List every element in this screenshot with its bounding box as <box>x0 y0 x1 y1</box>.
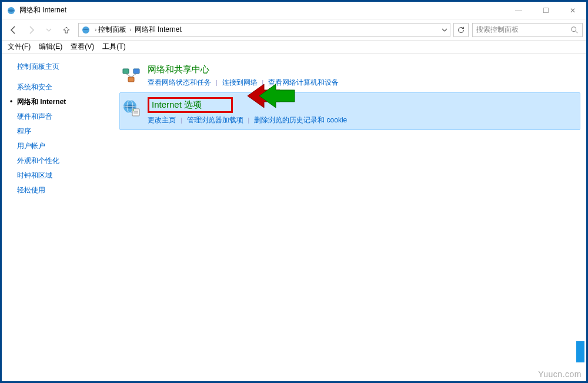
link-separator: | <box>181 117 182 124</box>
refresh-button[interactable] <box>453 23 469 37</box>
category-sublink[interactable]: 连接到网络 <box>222 78 258 88</box>
internet-options-icon <box>122 98 141 117</box>
svg-line-7 <box>126 74 131 77</box>
breadcrumb-item[interactable]: 控制面板 <box>98 25 126 35</box>
sidebar-item[interactable]: 轻松使用 <box>17 183 113 198</box>
forward-button <box>23 22 39 38</box>
side-accent <box>576 341 584 362</box>
sidebar-item[interactable]: 外观和个性化 <box>17 154 113 168</box>
menu-tools[interactable]: 工具(T) <box>102 42 125 52</box>
sidebar-item[interactable]: 网络和 Internet <box>17 95 113 109</box>
sidebar-item[interactable]: 程序 <box>17 124 113 139</box>
category-sublink[interactable]: 删除浏览的历史记录和 cookie <box>254 115 347 125</box>
sidebar-item[interactable]: 系统和安全 <box>17 80 113 95</box>
svg-point-15 <box>133 109 134 111</box>
category-row: 网络和共享中心查看网络状态和任务|连接到网络|查看网络计算机和设备 <box>119 59 580 92</box>
address-icon <box>81 25 91 35</box>
breadcrumb-item[interactable]: 网络和 Internet <box>135 25 182 35</box>
svg-rect-4 <box>123 69 129 74</box>
sidebar-item[interactable]: 时钟和区域 <box>17 168 113 183</box>
network-sharing-icon <box>122 65 141 84</box>
watermark: Yuucn.com <box>538 369 582 379</box>
menubar: 文件(F) 编辑(E) 查看(V) 工具(T) <box>2 41 586 54</box>
link-separator: | <box>248 117 250 124</box>
close-button[interactable]: ✕ <box>559 2 586 19</box>
titlebar: 网络和 Internet — ☐ ✕ <box>2 2 586 19</box>
search-icon <box>570 26 579 34</box>
sidebar-item[interactable]: 硬件和声音 <box>17 109 113 124</box>
main-content: 网络和共享中心查看网络状态和任务|连接到网络|查看网络计算机和设备Interne… <box>119 54 586 381</box>
chevron-down-icon[interactable] <box>442 27 447 33</box>
navbar: › 控制面板 › 网络和 Internet 搜索控制面板 <box>2 19 586 41</box>
sidebar: 控制面板主页 系统和安全网络和 Internet硬件和声音程序用户帐户外观和个性… <box>2 54 119 381</box>
svg-line-8 <box>131 74 136 77</box>
control-panel-home-link[interactable]: 控制面板主页 <box>17 62 113 72</box>
maximize-button[interactable]: ☐ <box>532 2 559 19</box>
svg-point-2 <box>572 26 576 31</box>
menu-file[interactable]: 文件(F) <box>8 42 31 52</box>
category-sublink[interactable]: 更改主页 <box>148 115 176 125</box>
category-sublink[interactable]: 管理浏览器加载项 <box>187 115 243 125</box>
search-input[interactable]: 搜索控制面板 <box>472 23 583 37</box>
minimize-button[interactable]: — <box>505 2 532 19</box>
app-icon <box>6 6 16 15</box>
window-title: 网络和 Internet <box>19 5 505 15</box>
recent-locations-button[interactable] <box>41 22 57 38</box>
menu-view[interactable]: 查看(V) <box>71 42 94 52</box>
category-title-link[interactable]: Internet 选项 <box>148 97 233 113</box>
category-title-link[interactable]: 网络和共享中心 <box>148 64 209 75</box>
svg-line-3 <box>576 31 578 33</box>
chevron-right-icon[interactable]: › <box>128 26 133 33</box>
svg-rect-5 <box>133 69 139 74</box>
address-bar[interactable]: › 控制面板 › 网络和 Internet <box>78 23 450 37</box>
menu-edit[interactable]: 编辑(E) <box>39 42 62 52</box>
svg-rect-6 <box>128 77 134 82</box>
search-placeholder: 搜索控制面板 <box>476 25 570 35</box>
category-sublink[interactable]: 查看网络状态和任务 <box>148 78 211 88</box>
link-separator: | <box>262 79 264 86</box>
back-button[interactable] <box>5 22 22 38</box>
category-sublink[interactable]: 查看网络计算机和设备 <box>268 78 339 88</box>
chevron-right-icon[interactable]: › <box>93 26 98 33</box>
up-button[interactable] <box>58 22 75 38</box>
link-separator: | <box>216 79 218 86</box>
sidebar-item[interactable]: 用户帐户 <box>17 139 113 154</box>
category-row: Internet 选项更改主页|管理浏览器加载项|删除浏览的历史记录和 cook… <box>119 92 580 130</box>
